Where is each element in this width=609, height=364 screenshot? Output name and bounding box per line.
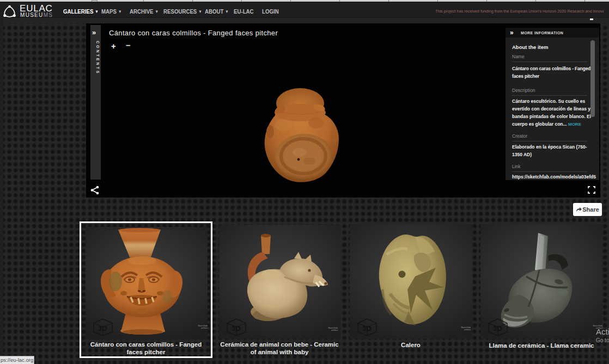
svg-text:3D: 3D: [98, 324, 107, 332]
svg-text:3D: 3D: [493, 324, 502, 332]
svg-text:3D: 3D: [362, 324, 372, 332]
svg-text:3D: 3D: [232, 324, 241, 332]
